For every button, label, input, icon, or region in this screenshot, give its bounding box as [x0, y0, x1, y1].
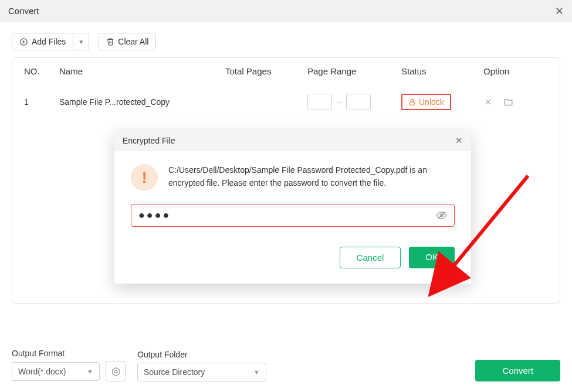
- svg-point-7: [114, 370, 117, 373]
- output-folder-label: Output Folder: [137, 350, 266, 359]
- ok-button[interactable]: OK: [409, 247, 455, 268]
- cancel-button[interactable]: Cancel: [340, 247, 401, 268]
- output-folder-value: Source Directory: [144, 367, 205, 377]
- password-input-wrap: [131, 204, 455, 227]
- svg-rect-3: [410, 101, 415, 104]
- dialog-title: Encrypted File: [123, 136, 175, 145]
- output-format-select[interactable]: Word(*.docx) ▼: [12, 362, 100, 381]
- range-to-input[interactable]: [346, 94, 371, 110]
- toolbar: Add Files ▼ Clear All: [0, 22, 572, 57]
- caret-down-icon: ▼: [87, 368, 93, 375]
- col-header-status: Status: [401, 66, 483, 76]
- cell-option: [483, 97, 548, 107]
- gear-icon: [111, 367, 121, 377]
- cell-page-range: –: [307, 94, 401, 110]
- warning-icon: !: [131, 164, 158, 191]
- clear-all-button[interactable]: Clear All: [99, 33, 155, 50]
- output-format-value: Word(*.docx): [18, 367, 66, 376]
- table-header: NO. Name Total Pages Page Range Status O…: [12, 58, 560, 84]
- eye-off-icon[interactable]: [436, 210, 447, 221]
- col-header-total-pages: Total Pages: [225, 66, 307, 76]
- add-files-group: Add Files ▼: [12, 33, 89, 50]
- range-from-input[interactable]: [307, 94, 332, 110]
- close-icon[interactable]: ✕: [555, 5, 564, 18]
- clear-all-label: Clear All: [118, 37, 148, 46]
- ok-label: OK: [425, 252, 438, 262]
- bottom-bar: Output Format Word(*.docx) ▼ Output Fold…: [12, 349, 560, 381]
- cancel-label: Cancel: [357, 253, 384, 263]
- add-files-label: Add Files: [32, 37, 66, 46]
- output-folder-select[interactable]: Source Directory ▼: [137, 363, 266, 381]
- convert-button[interactable]: Convert: [475, 360, 560, 381]
- svg-marker-6: [112, 367, 119, 376]
- caret-down-icon: ▼: [78, 39, 84, 45]
- cell-status: Unlock: [401, 94, 483, 110]
- col-header-option: Option: [483, 66, 548, 76]
- output-format-group: Output Format Word(*.docx) ▼: [12, 349, 126, 381]
- encrypted-file-dialog: Encrypted File ✕ ! C:/Users/Dell/Desktop…: [114, 130, 471, 284]
- output-format-label: Output Format: [12, 349, 126, 358]
- open-folder-icon[interactable]: [503, 97, 513, 107]
- dialog-message: C:/Users/Dell/Desktop/Sample File Passwo…: [168, 164, 455, 189]
- col-header-name: Name: [59, 66, 225, 76]
- cell-no: 1: [24, 97, 59, 107]
- dialog-header: Encrypted File ✕: [114, 130, 471, 151]
- lock-icon: [408, 98, 416, 106]
- password-input[interactable]: [138, 209, 436, 221]
- add-files-dropdown[interactable]: ▼: [73, 33, 89, 50]
- plus-circle-icon: [19, 38, 28, 46]
- dialog-footer: Cancel OK: [114, 234, 471, 284]
- output-folder-group: Output Folder Source Directory ▼: [137, 350, 266, 381]
- dialog-close-icon[interactable]: ✕: [455, 135, 463, 146]
- cell-name: Sample File P...rotected_Copy: [59, 97, 225, 107]
- dialog-body: ! C:/Users/Dell/Desktop/Sample File Pass…: [114, 151, 471, 234]
- remove-row-icon[interactable]: [483, 97, 493, 107]
- clear-all-group: Clear All: [99, 33, 156, 50]
- settings-button[interactable]: [106, 362, 126, 381]
- col-header-no: NO.: [24, 66, 59, 76]
- caret-down-icon: ▼: [253, 369, 260, 376]
- unlock-label: Unlock: [419, 97, 444, 107]
- titlebar: Convert ✕: [0, 0, 572, 22]
- unlock-button[interactable]: Unlock: [401, 94, 451, 110]
- trash-icon: [106, 38, 114, 46]
- col-header-page-range: Page Range: [307, 66, 401, 76]
- range-dash: –: [337, 97, 341, 107]
- add-files-button[interactable]: Add Files: [12, 33, 73, 50]
- table-row: 1 Sample File P...rotected_Copy – Unlock: [12, 84, 560, 120]
- window-title: Convert: [8, 6, 39, 16]
- convert-label: Convert: [502, 366, 533, 376]
